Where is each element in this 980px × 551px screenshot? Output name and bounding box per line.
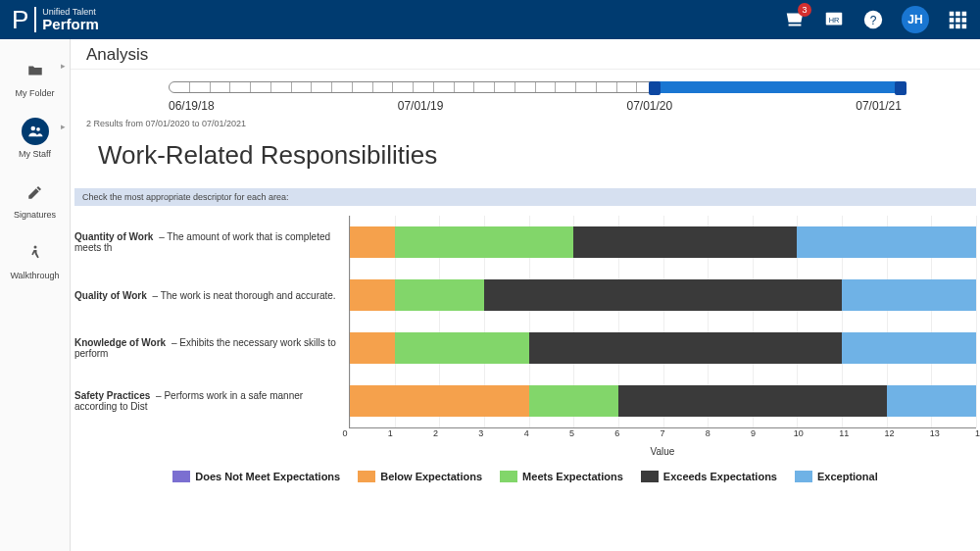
bar-segment[interactable] — [395, 226, 574, 258]
bar-segment[interactable] — [350, 385, 529, 417]
sidebar-item-label: Signatures — [14, 210, 56, 220]
legend-label: Meets Expectations — [522, 471, 623, 482]
chart-row-label: Safety Practices – Performs work in a sa… — [74, 375, 349, 427]
bar-segment[interactable] — [887, 385, 976, 417]
chart-bar[interactable] — [350, 385, 976, 417]
timeline-date-label: 06/19/18 — [169, 99, 215, 113]
timeline-slider[interactable]: 06/19/1807/01/1907/01/2007/01/21 — [71, 70, 980, 113]
x-tick-label: 11 — [839, 428, 849, 438]
svg-rect-11 — [956, 25, 960, 29]
chart-row-label: Knowledge of Work – Exhibits the necessa… — [74, 322, 349, 375]
svg-rect-7 — [950, 18, 955, 23]
legend-label: Does Not Meet Expectations — [195, 471, 340, 482]
x-tick-label: 1 — [388, 428, 393, 438]
slider-handle-end[interactable] — [895, 81, 906, 95]
legend-item[interactable]: Does Not Meet Expectations — [172, 471, 340, 482]
bar-segment[interactable] — [842, 332, 976, 364]
svg-rect-5 — [956, 12, 960, 17]
page-title: Analysis — [71, 39, 980, 70]
legend-item[interactable]: Below Expectations — [358, 471, 482, 482]
chevron-right-icon: ▸ — [61, 61, 66, 71]
help-icon[interactable]: ? — [862, 9, 884, 30]
chart-row-label: Quantity of Work – The amount of work th… — [74, 216, 349, 269]
x-tick-label: 8 — [706, 428, 710, 438]
chart-bar[interactable] — [350, 332, 976, 364]
sidebar-item-label: Walkthrough — [10, 271, 59, 280]
bar-segment[interactable] — [842, 279, 976, 311]
brand[interactable]: P Unified Talent Perform — [12, 7, 99, 32]
legend-item[interactable]: Meets Expectations — [500, 471, 623, 482]
sidebar: My Folder ▸ My Staff ▸ Signatures Walkth… — [0, 39, 71, 551]
x-tick-label: 9 — [751, 428, 756, 438]
instructions-bar: Check the most appropriate descriptor fo… — [74, 188, 976, 206]
legend-item[interactable]: Exceptional — [795, 471, 878, 482]
x-tick-label: 12 — [884, 428, 894, 438]
x-tick-label: 3 — [478, 428, 483, 438]
app-header: P Unified Talent Perform 3 HR ? JH — [0, 0, 980, 39]
svg-point-15 — [33, 246, 36, 249]
brand-logo-icon: P — [12, 7, 36, 32]
legend-swatch — [500, 471, 517, 482]
svg-point-13 — [30, 126, 35, 131]
bar-segment[interactable] — [395, 332, 529, 364]
bar-segment[interactable] — [484, 279, 842, 311]
x-tick-label: 10 — [794, 428, 804, 438]
header-icons: 3 HR ? JH — [784, 6, 968, 33]
legend-label: Below Expectations — [380, 471, 482, 482]
main-content: Analysis 06/19/1807/01/1907/01/2007/01/2… — [71, 39, 980, 551]
bar-segment[interactable] — [573, 226, 797, 258]
legend-swatch — [358, 471, 375, 482]
folder-icon — [22, 57, 49, 84]
legend-swatch — [795, 471, 812, 482]
timeline-date-label: 07/01/19 — [398, 99, 444, 113]
svg-text:?: ? — [870, 14, 877, 27]
svg-rect-10 — [950, 25, 955, 29]
legend-item[interactable]: Exceeds Expectations — [641, 471, 777, 482]
svg-rect-12 — [962, 25, 967, 29]
legend-swatch — [172, 471, 190, 482]
svg-rect-8 — [956, 18, 960, 23]
inbox-badge: 3 — [798, 3, 811, 17]
brand-small: Unified Talent — [42, 8, 99, 17]
x-tick-label: 14 — [975, 428, 980, 438]
sidebar-item-signatures[interactable]: Signatures — [0, 169, 70, 229]
sidebar-item-label: My Folder — [15, 88, 54, 98]
sidebar-item-my-folder[interactable]: My Folder ▸ — [0, 47, 70, 108]
bar-segment[interactable] — [797, 226, 976, 258]
chart-row-label: Quality of Work – The work is neat thoro… — [74, 269, 349, 322]
x-tick-label: 7 — [660, 428, 664, 438]
legend-label: Exceptional — [817, 471, 878, 482]
sidebar-item-walkthrough[interactable]: Walkthrough — [0, 229, 70, 290]
walk-icon — [22, 239, 49, 267]
chart-bar[interactable] — [350, 226, 976, 258]
timeline-date-label: 07/01/21 — [856, 99, 902, 113]
chart-legend: Does Not Meet ExpectationsBelow Expectat… — [71, 471, 980, 482]
bar-segment[interactable] — [350, 279, 395, 311]
x-tick-label: 5 — [569, 428, 574, 438]
people-icon — [22, 118, 49, 145]
bar-segment[interactable] — [529, 385, 618, 417]
svg-rect-9 — [962, 18, 967, 23]
bar-segment[interactable] — [395, 279, 484, 311]
x-tick-label: 13 — [930, 428, 940, 438]
brand-big: Perform — [42, 17, 99, 31]
bar-segment[interactable] — [529, 332, 843, 364]
sidebar-item-label: My Staff — [19, 149, 51, 159]
slider-handle-start[interactable] — [649, 81, 661, 95]
inbox-icon[interactable]: 3 — [784, 9, 806, 30]
bar-segment[interactable] — [350, 226, 395, 258]
legend-label: Exceeds Expectations — [663, 471, 777, 482]
x-tick-label: 4 — [524, 428, 529, 438]
bar-segment[interactable] — [350, 332, 395, 364]
bar-segment[interactable] — [618, 385, 887, 417]
chevron-right-icon: ▸ — [61, 122, 66, 131]
svg-rect-6 — [962, 12, 967, 17]
avatar[interactable]: JH — [902, 6, 929, 33]
sidebar-item-my-staff[interactable]: My Staff ▸ — [0, 108, 70, 169]
x-axis-label: Value — [345, 446, 980, 457]
hr-icon[interactable]: HR — [823, 9, 845, 30]
pencil-icon — [22, 178, 49, 206]
legend-swatch — [641, 471, 659, 482]
apps-grid-icon[interactable] — [947, 9, 968, 30]
chart-bar[interactable] — [350, 279, 976, 311]
